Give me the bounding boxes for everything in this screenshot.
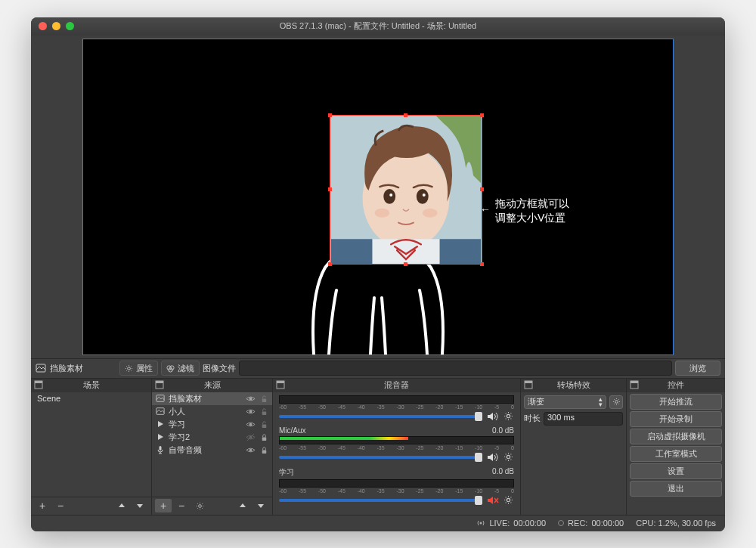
svg-point-40 — [615, 401, 618, 404]
lock-toggle[interactable] — [259, 393, 269, 404]
selected-source-label: 挡脸素材 — [36, 363, 83, 374]
resize-handle[interactable] — [480, 262, 484, 266]
svg-point-36 — [507, 455, 510, 458]
svg-point-37 — [507, 498, 510, 501]
resize-handle[interactable] — [328, 187, 332, 191]
visibility-toggle[interactable] — [245, 406, 256, 416]
visibility-toggle[interactable] — [245, 419, 256, 429]
file-path-field[interactable] — [239, 361, 672, 376]
source-item[interactable]: 挡脸素材 — [152, 392, 272, 405]
mixer-channel: 学习0.0 dB -60-55-50-45-40-35-30-25-20-15-… — [273, 466, 520, 509]
minimize-icon[interactable] — [52, 22, 60, 30]
lock-toggle[interactable] — [259, 444, 269, 455]
dock-icon[interactable] — [524, 380, 533, 389]
preview-canvas[interactable]: 拖动方框就可以 调整大小V位置 — [82, 39, 674, 355]
source-name: 学习2 — [169, 432, 242, 443]
resize-handle[interactable] — [480, 113, 484, 117]
channel-db: 0.0 dB — [492, 467, 514, 478]
speaker-icon[interactable] — [487, 452, 499, 463]
meter-ticks: -60-55-50-45-40-35-30-25-20-15-10-50 — [279, 488, 514, 494]
media-icon — [155, 432, 166, 442]
slider-thumb[interactable] — [475, 412, 482, 421]
sources-list[interactable]: 挡脸素材 小人 学习 学习2 自带音频 — [152, 392, 272, 497]
visibility-toggle[interactable] — [245, 393, 256, 404]
gear-icon[interactable] — [503, 411, 514, 422]
svg-rect-17 — [156, 381, 163, 383]
slider-thumb[interactable] — [475, 496, 482, 505]
scenes-list[interactable]: Scene — [31, 392, 151, 497]
channel-name: 学习 — [279, 467, 294, 478]
image-icon — [155, 393, 166, 404]
scenes-panel: 场景 Scene + − — [31, 379, 152, 515]
svg-rect-42 — [631, 381, 638, 383]
transition-settings-button[interactable] — [609, 395, 623, 409]
statusbar: LIVE: 00:00:00 REC: 00:00:00 CPU: 1.2%, … — [31, 515, 725, 531]
mixer-list: -60-55-50-45-40-35-30-25-20-15-10-50 Mic… — [273, 392, 520, 515]
image-icon — [155, 406, 166, 416]
move-down-button[interactable] — [253, 499, 269, 512]
speaker-mute-icon[interactable] — [487, 495, 499, 506]
source-settings-button[interactable] — [191, 499, 208, 512]
svg-point-24 — [249, 423, 252, 426]
annotation-text: 拖动方框就可以 调整大小V位置 — [495, 197, 569, 226]
dock-icon[interactable] — [276, 380, 285, 389]
source-item[interactable]: 学习 — [152, 418, 272, 431]
lock-toggle[interactable] — [259, 419, 269, 429]
svg-point-4 — [389, 193, 392, 196]
resize-handle[interactable] — [480, 187, 484, 191]
lock-toggle[interactable] — [259, 406, 269, 416]
visibility-toggle[interactable] — [245, 432, 256, 442]
source-name: 自带音频 — [169, 444, 242, 456]
control-button[interactable]: 开始录制 — [630, 411, 722, 427]
move-up-button[interactable] — [113, 499, 130, 512]
lock-toggle[interactable] — [259, 432, 269, 442]
control-button[interactable]: 启动虚拟摄像机 — [630, 429, 722, 444]
maximize-icon[interactable] — [66, 22, 74, 30]
source-item[interactable]: 自带音频 — [152, 444, 272, 457]
source-name: 挡脸素材 — [169, 393, 242, 404]
browse-button[interactable]: 浏览 — [675, 361, 720, 376]
dock-icon[interactable] — [34, 380, 43, 389]
broadcast-icon — [476, 519, 485, 528]
sources-panel: 来源 挡脸素材 小人 学习 学习2 自带音频 + − — [152, 379, 273, 515]
duration-input[interactable]: 300 ms — [544, 412, 623, 426]
visibility-toggle[interactable] — [245, 444, 256, 455]
move-up-button[interactable] — [234, 499, 251, 512]
slider-thumb[interactable] — [475, 453, 482, 462]
speaker-icon[interactable] — [487, 411, 499, 422]
control-button[interactable]: 工作室模式 — [630, 446, 722, 462]
svg-point-19 — [249, 397, 252, 400]
dock-icon[interactable] — [630, 380, 639, 389]
source-bounding-box[interactable] — [330, 115, 482, 265]
gear-icon[interactable] — [503, 495, 514, 506]
resize-handle[interactable] — [328, 262, 332, 266]
control-button[interactable]: 设置 — [630, 463, 722, 479]
resize-handle[interactable] — [404, 113, 407, 117]
add-button[interactable]: + — [34, 499, 51, 512]
resize-handle[interactable] — [404, 262, 407, 266]
dock-icon[interactable] — [155, 380, 164, 389]
source-item[interactable]: 小人 — [152, 405, 272, 418]
remove-button[interactable]: − — [52, 499, 69, 512]
titlebar[interactable]: OBS 27.1.3 (mac) - 配置文件: Untitled - 场景: … — [31, 17, 725, 36]
transition-type-select[interactable]: 渐变 ▴▾ — [524, 395, 606, 409]
resize-handle[interactable] — [328, 113, 332, 117]
controls-panel: 控件 开始推流开始录制启动虚拟摄像机工作室模式设置退出 — [627, 379, 725, 515]
remove-button[interactable]: − — [173, 499, 190, 512]
filters-button[interactable]: 滤镜 — [161, 361, 200, 376]
volume-slider[interactable] — [279, 415, 482, 418]
record-dot-icon — [558, 520, 564, 526]
gear-icon[interactable] — [503, 452, 514, 463]
close-icon[interactable] — [39, 22, 47, 30]
source-item[interactable]: 学习2 — [152, 431, 272, 444]
add-button[interactable]: + — [155, 499, 172, 512]
source-name: 小人 — [169, 406, 242, 417]
volume-slider[interactable] — [279, 456, 482, 459]
channel-name: Mic/Aux — [279, 426, 306, 435]
control-button[interactable]: 退出 — [630, 481, 722, 497]
move-down-button[interactable] — [132, 499, 148, 512]
scene-item[interactable]: Scene — [31, 392, 151, 404]
control-button[interactable]: 开始推流 — [630, 394, 722, 410]
properties-button[interactable]: 属性 — [119, 361, 158, 376]
volume-slider[interactable] — [279, 499, 482, 502]
